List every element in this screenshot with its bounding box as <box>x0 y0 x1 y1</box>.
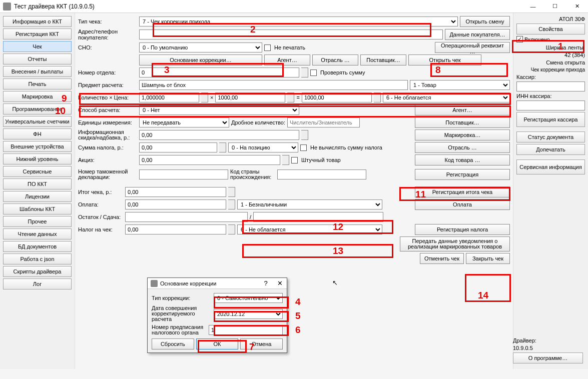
checktax-input[interactable] <box>125 224 226 234</box>
close-check-button[interactable]: Закрыть чек <box>466 253 510 264</box>
pay-button[interactable]: Оплата <box>415 199 510 210</box>
svc-info-button[interactable]: Сервисная информация <box>516 160 585 174</box>
enabled-checkbox[interactable]: ✓ <box>516 36 523 42</box>
send-mark-button[interactable]: Передать данные уведомления о реализации… <box>400 236 510 252</box>
cashier-input[interactable] <box>516 82 585 92</box>
nav-scripts[interactable]: Скрипты драйвера <box>3 266 72 277</box>
cashier-inn-input[interactable] <box>516 100 585 110</box>
about-button[interactable]: О программе… <box>513 352 583 364</box>
taxsum-input[interactable] <box>139 142 217 152</box>
supplier-button[interactable]: Поставщик… <box>360 54 406 66</box>
nav-reports[interactable]: Отчеты <box>3 54 72 64</box>
nav-tpl[interactable]: Шаблоны ККТ <box>3 204 72 214</box>
sum-input[interactable] <box>302 92 372 102</box>
address-input[interactable] <box>139 30 443 40</box>
doc-status-button[interactable]: Статус документа <box>516 132 585 142</box>
correction-basis-button[interactable]: Основание коррекции… <box>139 54 262 66</box>
nav-other[interactable]: Прочее <box>3 216 72 227</box>
total-input[interactable] <box>125 187 226 197</box>
industry-button[interactable]: Отрасль … <box>312 54 358 66</box>
country-input[interactable] <box>277 170 366 180</box>
reg-tax-button[interactable]: Регистрация налога <box>415 224 510 235</box>
dialog-close-button[interactable]: ✕ <box>273 280 287 287</box>
mark-button[interactable]: Маркировка… <box>415 130 510 140</box>
nav-read[interactable]: Чтение данных <box>3 228 72 240</box>
check-type-select[interactable]: 7 - Чек коррекции прихода <box>139 16 458 26</box>
subject-input[interactable] <box>139 80 408 90</box>
discount-input[interactable] <box>139 130 299 140</box>
total-spinner[interactable] <box>228 187 235 197</box>
dialog-ok-button[interactable]: ОК <box>196 338 239 350</box>
nav-lic[interactable]: Лицензии <box>3 191 72 202</box>
nav-counters[interactable]: Универсальные счетчики <box>3 116 72 127</box>
nav-check[interactable]: Чек <box>3 41 72 52</box>
method-select[interactable]: 0 - Нет <box>139 105 299 115</box>
taxpos-select[interactable]: 0 - На позицию <box>228 142 298 152</box>
checktax-type-select[interactable]: 6 - Не облагается <box>237 224 382 234</box>
dialog-reset-button[interactable]: Сбросить <box>152 338 194 350</box>
finish-print-button[interactable]: Допечатать <box>516 144 585 155</box>
nav-ext[interactable]: Внешние устройства <box>3 141 72 152</box>
op-req-button[interactable]: Операционный реквизит … <box>435 42 510 53</box>
agent-button[interactable]: Агент… <box>264 54 310 66</box>
nav-reg[interactable]: Регистрация ККТ <box>3 28 72 40</box>
nav-low[interactable]: Нижний уровень <box>3 154 72 164</box>
unit-select[interactable]: Не передавать <box>139 118 229 128</box>
sum-spinner[interactable] <box>374 92 381 102</box>
excise-input[interactable] <box>139 155 280 165</box>
corr-order-input[interactable] <box>209 325 283 335</box>
price-spinner[interactable] <box>287 92 294 102</box>
close-button[interactable]: ✕ <box>566 0 588 12</box>
customs-input[interactable] <box>139 170 228 180</box>
buyer-data-button[interactable]: Данные покупателя… <box>445 29 510 40</box>
agent-button-2[interactable]: Агент… <box>415 104 510 116</box>
dialog-cancel-button[interactable]: Отмена <box>240 338 283 350</box>
discount-spinner[interactable] <box>301 130 308 140</box>
industry-button-2[interactable]: Отрасль … <box>415 142 510 153</box>
properties-button[interactable]: Свойства <box>516 24 585 34</box>
fraction-input[interactable] <box>287 118 360 128</box>
open-shift-button[interactable]: Открыть смену <box>460 16 510 27</box>
tax-type-select[interactable]: 6 - Не облагается <box>383 92 510 102</box>
price-input[interactable] <box>215 92 285 102</box>
dialog-help-button[interactable]: ? <box>259 280 273 287</box>
nav-db[interactable]: БД документов <box>3 241 72 252</box>
reg-cashier-button[interactable]: Регистрация кассира <box>516 112 585 127</box>
cancel-check-button[interactable]: Отменить чек <box>420 253 464 264</box>
qty-input[interactable] <box>139 92 199 102</box>
dept-spinner[interactable] <box>301 68 308 78</box>
supplier-button-2[interactable]: Поставщик… <box>415 117 510 128</box>
subject-type-select[interactable]: 1 - Товар <box>410 80 510 90</box>
nav-svc[interactable]: Сервисные <box>3 166 72 177</box>
corr-date-select[interactable]: 2020.12.12 <box>214 309 283 319</box>
nav-json[interactable]: Работа с json <box>3 254 72 264</box>
taxsum-spinner[interactable] <box>219 142 226 152</box>
minimize-button[interactable]: — <box>522 0 544 12</box>
nav-fn[interactable]: ФН <box>3 128 72 140</box>
register-button[interactable]: Регистрация <box>415 169 510 180</box>
noprint-checkbox[interactable] <box>264 44 271 51</box>
maximize-button[interactable]: ☐ <box>544 0 566 12</box>
change-input-2[interactable] <box>253 212 383 222</box>
nocalc-tax-checkbox[interactable] <box>300 144 307 151</box>
dept-input[interactable] <box>139 68 299 78</box>
reg-total-button[interactable]: Регистрация итога чека <box>415 186 510 198</box>
nav-inout[interactable]: Внесения / выплаты <box>3 66 72 77</box>
checktax-spinner[interactable] <box>228 224 235 234</box>
nav-print[interactable]: Печать <box>3 78 72 90</box>
pay-input[interactable] <box>125 200 226 210</box>
goods-code-button[interactable]: Код товара … <box>415 154 510 166</box>
pay-type-select[interactable]: 1 - Безналичными <box>237 200 382 210</box>
nav-pokkt[interactable]: ПО ККТ <box>3 178 72 190</box>
sno-select[interactable]: 0 - По умолчанию <box>139 42 262 52</box>
piece-checkbox[interactable] <box>291 157 298 164</box>
change-input-1[interactable] <box>125 212 248 222</box>
nav-log[interactable]: Лог <box>3 278 72 290</box>
nav-info[interactable]: Информация о ККТ <box>3 16 72 27</box>
excise-spinner[interactable] <box>282 155 289 165</box>
qty-spinner[interactable] <box>201 92 208 102</box>
open-check-button[interactable]: Открыть чек <box>408 54 481 66</box>
pay-spinner[interactable] <box>228 200 235 210</box>
verify-sum-checkbox[interactable] <box>310 70 317 76</box>
corr-type-select[interactable]: 0 - Самостоятельно <box>214 293 283 303</box>
